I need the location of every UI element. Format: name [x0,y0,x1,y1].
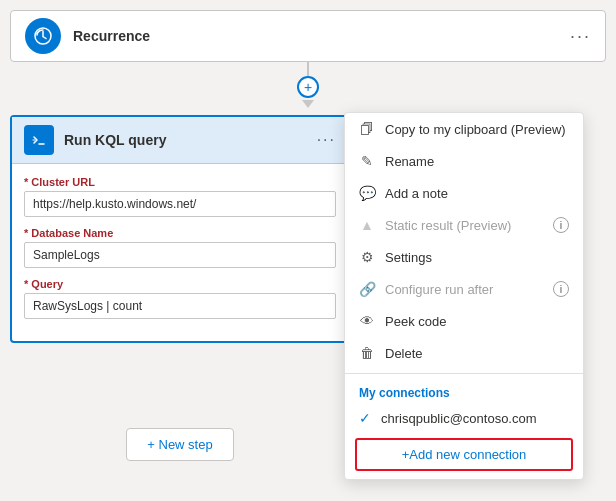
context-menu: 🗍 Copy to my clipboard (Preview) ✎ Renam… [344,112,584,480]
static-result-item[interactable]: ▲ Static result (Preview) i [345,209,583,241]
configure-run-item[interactable]: 🔗 Configure run after i [345,273,583,305]
peek-code-item[interactable]: 👁 Peek code [345,305,583,337]
recurrence-title: Recurrence [73,28,570,44]
connector: + [297,62,319,108]
peek-icon: 👁 [359,313,375,329]
menu-divider [345,373,583,374]
connection-item[interactable]: ✓ chrisqpublic@contoso.com [345,404,583,432]
cluster-url-field: * Cluster URL https://help.kusto.windows… [24,176,336,217]
copy-clipboard-label: Copy to my clipboard (Preview) [385,122,566,137]
add-step-circle[interactable]: + [297,76,319,98]
static-result-info-icon[interactable]: i [553,217,569,233]
rename-icon: ✎ [359,153,375,169]
delete-icon: 🗑 [359,345,375,361]
recurrence-icon [25,18,61,54]
kql-icon [24,125,54,155]
query-label: * Query [24,278,336,290]
rename-item[interactable]: ✎ Rename [345,145,583,177]
settings-icon: ⚙ [359,249,375,265]
settings-label: Settings [385,250,432,265]
copy-clipboard-item[interactable]: 🗍 Copy to my clipboard (Preview) [345,113,583,145]
configure-run-info-icon[interactable]: i [553,281,569,297]
rename-label: Rename [385,154,434,169]
connector-arrow [302,100,314,108]
add-connection-button[interactable]: +Add new connection [355,438,573,471]
settings-item[interactable]: ⚙ Settings [345,241,583,273]
add-connection-label: +Add new connection [402,447,527,462]
connection-email: chrisqpublic@contoso.com [381,411,537,426]
check-icon: ✓ [359,410,371,426]
peek-code-label: Peek code [385,314,446,329]
cluster-url-input[interactable]: https://help.kusto.windows.net/ [24,191,336,217]
new-step-button[interactable]: + New step [126,428,233,461]
query-field: * Query RawSysLogs | count [24,278,336,319]
configure-icon: 🔗 [359,281,375,297]
db-name-input[interactable]: SampleLogs [24,242,336,268]
static-icon: ▲ [359,217,375,233]
kql-title: Run KQL query [64,132,317,148]
delete-item[interactable]: 🗑 Delete [345,337,583,369]
kql-more-button[interactable]: ··· [317,131,336,149]
kql-header: Run KQL query ··· [12,117,348,164]
add-note-label: Add a note [385,186,448,201]
recurrence-more-button[interactable]: ··· [570,26,591,47]
copy-icon: 🗍 [359,121,375,137]
recurrence-block: Recurrence ··· [10,10,606,62]
query-input[interactable]: RawSysLogs | count [24,293,336,319]
static-result-label: Static result (Preview) [385,218,511,233]
note-icon: 💬 [359,185,375,201]
my-connections-heading: My connections [345,378,583,404]
new-step-area: + New step [10,408,350,471]
db-name-label: * Database Name [24,227,336,239]
kql-block: Run KQL query ··· * Cluster URL https://… [10,115,350,343]
cluster-url-label: * Cluster URL [24,176,336,188]
configure-run-label: Configure run after [385,282,493,297]
db-name-field: * Database Name SampleLogs [24,227,336,268]
delete-label: Delete [385,346,423,361]
add-note-item[interactable]: 💬 Add a note [345,177,583,209]
new-step-label: + New step [147,437,212,452]
connector-line-top [307,62,309,76]
kql-body: * Cluster URL https://help.kusto.windows… [12,164,348,341]
